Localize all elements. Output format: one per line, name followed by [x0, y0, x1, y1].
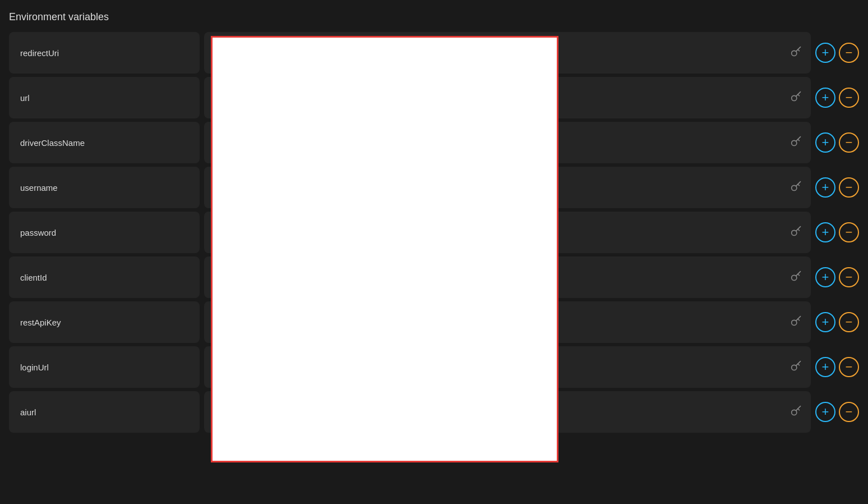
remove-button[interactable]: −: [839, 312, 859, 332]
key-icon: [791, 360, 802, 374]
action-buttons: +−: [815, 132, 859, 153]
add-button[interactable]: +: [815, 43, 835, 63]
add-button[interactable]: +: [815, 357, 835, 377]
key-icon: [791, 405, 802, 419]
action-buttons: +−: [815, 177, 859, 198]
remove-button[interactable]: −: [839, 357, 859, 377]
env-key-label: url: [9, 77, 200, 118]
remove-button[interactable]: −: [839, 88, 859, 108]
key-icon: [791, 315, 802, 329]
overlay-rectangle: [211, 36, 558, 462]
add-button[interactable]: +: [815, 312, 835, 332]
add-button[interactable]: +: [815, 402, 835, 422]
action-buttons: +−: [815, 222, 859, 242]
env-key-label: password: [9, 212, 200, 253]
add-button[interactable]: +: [815, 177, 835, 198]
env-key-label: username: [9, 167, 200, 208]
page-title: Environment variables: [9, 11, 859, 23]
add-button[interactable]: +: [815, 132, 835, 153]
add-button[interactable]: +: [815, 222, 835, 242]
env-key-label: driverClassName: [9, 122, 200, 163]
env-key-label: restApiKey: [9, 301, 200, 343]
remove-button[interactable]: −: [839, 177, 859, 198]
action-buttons: +−: [815, 88, 859, 108]
key-icon: [791, 181, 802, 195]
action-buttons: +−: [815, 402, 859, 422]
remove-button[interactable]: −: [839, 222, 859, 242]
env-key-label: clientId: [9, 256, 200, 298]
remove-button[interactable]: −: [839, 132, 859, 153]
key-icon: [791, 226, 802, 240]
add-button[interactable]: +: [815, 88, 835, 108]
key-icon: [791, 91, 802, 105]
key-icon: [791, 46, 802, 60]
page-container: Environment variables redirectUrih...o+−…: [0, 0, 868, 444]
remove-button[interactable]: −: [839, 267, 859, 287]
action-buttons: +−: [815, 43, 859, 63]
key-icon: [791, 136, 802, 150]
action-buttons: +−: [815, 312, 859, 332]
action-buttons: +−: [815, 357, 859, 377]
add-button[interactable]: +: [815, 267, 835, 287]
env-key-label: redirectUri: [9, 32, 200, 74]
remove-button[interactable]: −: [839, 43, 859, 63]
env-key-label: aiurl: [9, 391, 200, 433]
key-icon: [791, 271, 802, 285]
env-key-label: loginUrl: [9, 346, 200, 388]
remove-button[interactable]: −: [839, 402, 859, 422]
action-buttons: +−: [815, 267, 859, 287]
